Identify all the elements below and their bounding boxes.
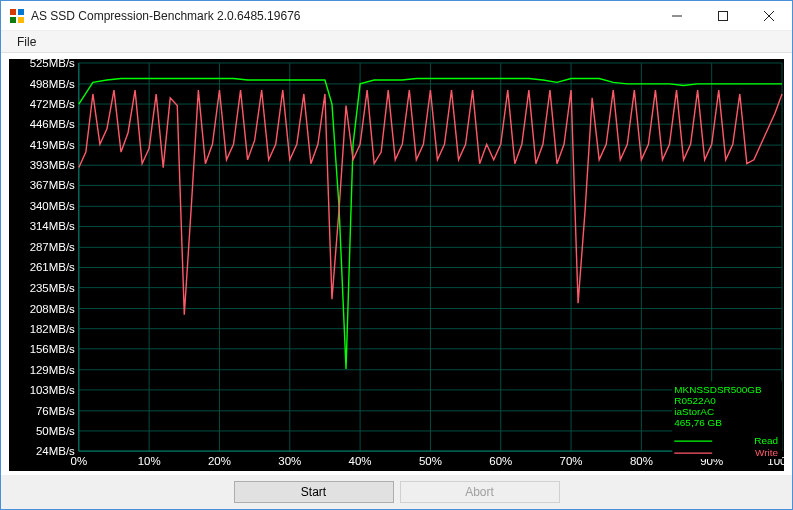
svg-text:393MB/s: 393MB/s (30, 159, 75, 171)
legend-info: iaStorAC (674, 406, 714, 417)
svg-text:50MB/s: 50MB/s (36, 425, 75, 437)
svg-text:10%: 10% (138, 455, 161, 467)
svg-text:525MB/s: 525MB/s (30, 59, 75, 69)
chart: 525MB/s498MB/s472MB/s446MB/s419MB/s393MB… (9, 59, 784, 471)
svg-text:0%: 0% (71, 455, 88, 467)
maximize-button[interactable] (700, 1, 746, 31)
svg-text:80%: 80% (630, 455, 653, 467)
legend-read: Read (754, 435, 778, 446)
svg-rect-2 (10, 17, 16, 23)
svg-text:156MB/s: 156MB/s (30, 343, 75, 355)
start-button[interactable]: Start (234, 481, 394, 503)
svg-rect-5 (719, 11, 728, 20)
legend-write: Write (755, 447, 779, 458)
svg-text:261MB/s: 261MB/s (30, 261, 75, 273)
svg-rect-1 (18, 9, 24, 15)
legend-info: 465,76 GB (674, 417, 722, 428)
svg-rect-0 (10, 9, 16, 15)
svg-text:472MB/s: 472MB/s (30, 98, 75, 110)
titlebar: AS SSD Compression-Benchmark 2.0.6485.19… (1, 1, 792, 31)
svg-text:129MB/s: 129MB/s (30, 364, 75, 376)
close-button[interactable] (746, 1, 792, 31)
svg-text:419MB/s: 419MB/s (30, 139, 75, 151)
svg-text:20%: 20% (208, 455, 231, 467)
svg-text:182MB/s: 182MB/s (30, 323, 75, 335)
svg-text:60%: 60% (489, 455, 512, 467)
svg-text:287MB/s: 287MB/s (30, 241, 75, 253)
svg-rect-3 (18, 17, 24, 23)
bottom-bar: Start Abort (1, 475, 792, 509)
app-icon (9, 8, 25, 24)
svg-text:30%: 30% (278, 455, 301, 467)
svg-text:498MB/s: 498MB/s (30, 78, 75, 90)
abort-button: Abort (400, 481, 560, 503)
menu-file[interactable]: File (11, 33, 42, 51)
svg-text:70%: 70% (560, 455, 583, 467)
svg-text:314MB/s: 314MB/s (30, 220, 75, 232)
legend-info: MKNSSDSR500GB (674, 384, 762, 395)
svg-text:40%: 40% (349, 455, 372, 467)
menubar: File (1, 31, 792, 53)
svg-text:208MB/s: 208MB/s (30, 303, 75, 315)
svg-text:50%: 50% (419, 455, 442, 467)
svg-text:340MB/s: 340MB/s (30, 200, 75, 212)
legend-info: R0522A0 (674, 395, 716, 406)
window-title: AS SSD Compression-Benchmark 2.0.6485.19… (31, 9, 654, 23)
svg-text:76MB/s: 76MB/s (36, 405, 75, 417)
svg-rect-8 (9, 59, 784, 471)
minimize-button[interactable] (654, 1, 700, 31)
svg-text:24MB/s: 24MB/s (36, 445, 75, 457)
svg-text:103MB/s: 103MB/s (30, 384, 75, 396)
svg-text:235MB/s: 235MB/s (30, 282, 75, 294)
svg-text:367MB/s: 367MB/s (30, 179, 75, 191)
svg-text:446MB/s: 446MB/s (30, 118, 75, 130)
